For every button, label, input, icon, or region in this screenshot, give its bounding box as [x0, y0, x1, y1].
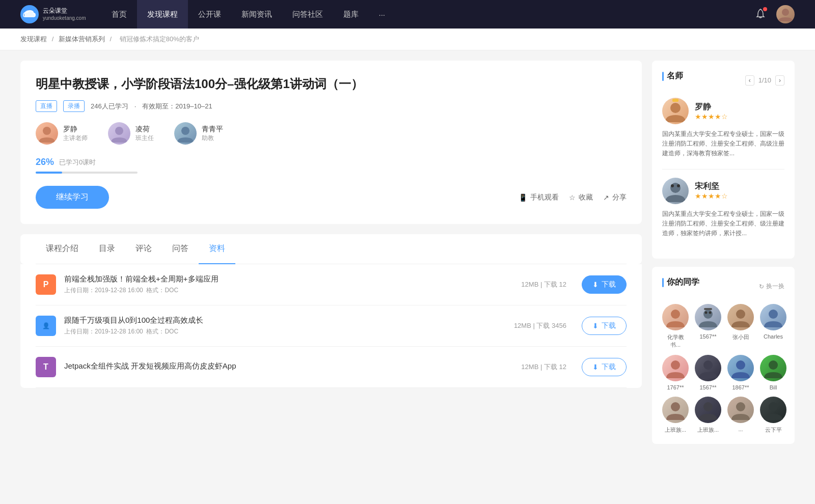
- classmate-10[interactable]: ...: [727, 397, 754, 434]
- classmates-sidebar-header: 你的同学 ↻ 换一换: [662, 277, 784, 296]
- classmate-5-avatar: [695, 355, 721, 381]
- classmate-6-avatar: [727, 355, 754, 381]
- classmate-11-avatar: [760, 397, 786, 423]
- tab-catalog[interactable]: 目录: [89, 234, 125, 264]
- resource-2-stats: 12MB | 下载 12: [521, 362, 566, 372]
- classmate-6[interactable]: 1867**: [727, 355, 754, 390]
- resource-0-meta: 上传日期：2019-12-28 16:00 格式：DOC: [64, 286, 506, 295]
- classmates-refresh-button[interactable]: ↻ 换一换: [759, 282, 784, 291]
- teachers-next-button[interactable]: ›: [775, 75, 784, 86]
- resource-2-title: Jetpack全组件实战 开发短视频应用高仿皮皮虾App: [64, 361, 506, 371]
- classmate-8-avatar: [662, 397, 689, 423]
- classmates-grid: 化学教书... 1567** 张小田: [662, 304, 784, 434]
- resource-0-info: 前端全栈加强版！前端全栈+全周期+多端应用 上传日期：2019-12-28 16…: [64, 274, 506, 295]
- classmate-4[interactable]: 1767**: [662, 355, 689, 390]
- notification-bell[interactable]: [755, 8, 766, 21]
- continue-learning-button[interactable]: 继续学习: [36, 186, 109, 209]
- svg-point-2: [115, 127, 123, 135]
- svg-point-4: [670, 103, 681, 113]
- classmate-2[interactable]: 张小田: [727, 304, 754, 349]
- share-button[interactable]: ↗ 分享: [603, 193, 627, 202]
- nav-qa[interactable]: 问答社区: [282, 0, 333, 29]
- svg-point-14: [736, 310, 745, 319]
- classmate-3[interactable]: Charles: [760, 304, 786, 349]
- svg-point-12: [709, 312, 712, 314]
- resource-1-title: 跟随千万级项目从0到100全过程高效成长: [64, 316, 499, 325]
- classmate-11-name: 云下平: [765, 426, 782, 434]
- resource-2-info: Jetpack全组件实战 开发短视频应用高仿皮皮虾App: [64, 361, 506, 373]
- classmate-9-avatar: [695, 397, 721, 423]
- breadcrumb: 发现课程 / 新媒体营销系列 / 销冠修炼术搞定80%的客户: [0, 29, 815, 50]
- favorite-label: 收藏: [579, 193, 593, 202]
- svg-point-7: [671, 184, 674, 187]
- classmate-7-name: Bill: [770, 384, 777, 390]
- classmate-10-avatar: [727, 397, 754, 423]
- teacher-2-name: 青青平: [202, 125, 223, 134]
- resource-0-download-button[interactable]: ⬇ 下载: [582, 275, 627, 294]
- breadcrumb-link-series[interactable]: 新媒体营销系列: [59, 35, 105, 43]
- nav-news[interactable]: 新闻资讯: [231, 0, 282, 29]
- teachers-list: 罗静 主讲老师 凌荷 班主任: [36, 122, 627, 145]
- download-icon-1: ⬇: [592, 322, 599, 330]
- sidebar-teacher-0-avatar: [662, 98, 689, 124]
- title-bar: [662, 72, 664, 81]
- sidebar: 名师 ‹ 1/10 ›: [652, 61, 795, 452]
- resource-item-0: P 前端全栈加强版！前端全栈+全周期+多端应用 上传日期：2019-12-28 …: [36, 264, 627, 305]
- badge-live: 直播: [36, 100, 57, 112]
- svg-point-8: [677, 184, 680, 187]
- tab-resources[interactable]: 资料: [199, 234, 235, 264]
- progress-fill: [36, 172, 62, 174]
- resource-0-title: 前端全栈加强版！前端全栈+全周期+多端应用: [64, 274, 506, 284]
- classmate-9[interactable]: 上班族...: [695, 397, 721, 434]
- svg-point-0: [782, 9, 789, 16]
- svg-point-1: [43, 127, 51, 135]
- classmate-9-name: 上班族...: [697, 426, 719, 434]
- classmate-2-name: 张小田: [732, 333, 749, 341]
- tabs-container: 课程介绍 目录 评论 问答 资料: [20, 234, 642, 264]
- classmate-5[interactable]: 1567**: [695, 355, 721, 390]
- classmate-4-name: 1767**: [667, 384, 684, 390]
- teacher-2-info: 青青平 助教: [202, 125, 223, 143]
- nav-home[interactable]: 首页: [101, 0, 137, 29]
- svg-point-19: [769, 360, 778, 370]
- classmate-1-name: 1567**: [699, 333, 716, 340]
- mobile-watch-button[interactable]: 📱 手机观看: [519, 193, 559, 202]
- classmate-7[interactable]: Bill: [760, 355, 786, 390]
- nav-public[interactable]: 公开课: [188, 0, 231, 29]
- course-header-card: 明星中教授课，小学阶段语法100分–强化级第1讲动词（一） 直播 录播 246人…: [20, 61, 642, 224]
- breadcrumb-link-discover[interactable]: 发现课程: [20, 35, 47, 43]
- download-icon: ⬇: [592, 281, 599, 289]
- tab-comments[interactable]: 评论: [125, 234, 162, 264]
- tab-intro[interactable]: 课程介绍: [36, 234, 89, 264]
- logo[interactable]: 云朵课堂 yunduoketang.com: [20, 5, 86, 23]
- classmate-1-avatar: [695, 304, 721, 330]
- breadcrumb-current: 销冠修炼术搞定80%的客户: [120, 35, 199, 43]
- sidebar-teacher-1-name: 宋利坚: [695, 181, 728, 192]
- teachers-prev-button[interactable]: ‹: [745, 75, 754, 86]
- svg-rect-13: [704, 308, 712, 310]
- svg-point-18: [736, 360, 745, 370]
- teacher-0-info: 罗静 主讲老师: [63, 125, 88, 143]
- user-avatar[interactable]: [776, 5, 795, 23]
- student-count: 246人已学习: [91, 102, 128, 111]
- classmate-11[interactable]: 云下平: [760, 397, 786, 434]
- teacher-1: 凌荷 班主任: [108, 122, 154, 145]
- nav-discover[interactable]: 发现课程: [137, 0, 188, 29]
- divider: [662, 169, 784, 170]
- favorite-button[interactable]: ☆ 收藏: [569, 193, 593, 202]
- svg-point-23: [769, 402, 778, 411]
- progress-percent: 26%: [36, 157, 54, 167]
- resource-1-download-button[interactable]: ⬇ 下载: [582, 317, 627, 335]
- tab-qa[interactable]: 问答: [162, 234, 199, 264]
- resource-2-download-button[interactable]: ⬇ 下载: [582, 358, 627, 376]
- title-bar-2: [662, 278, 664, 287]
- classmate-0[interactable]: 化学教书...: [662, 304, 689, 349]
- svg-point-9: [671, 310, 680, 319]
- nav-more[interactable]: ···: [369, 0, 396, 29]
- sidebar-teacher-1: 宋利坚 ★★★★☆ 国内某重点大学安全工程专业硕士，国家一级注册消防工程师、注册…: [662, 178, 784, 239]
- sidebar-teacher-0-desc: 国内某重点大学安全工程专业硕士，国家一级注册消防工程师、注册安全工程师、高级注册…: [662, 129, 784, 159]
- classmate-8[interactable]: 上班族...: [662, 397, 689, 434]
- nav-exam[interactable]: 题库: [333, 0, 369, 29]
- teacher-1-avatar: [108, 122, 130, 145]
- classmate-1[interactable]: 1567**: [695, 304, 721, 349]
